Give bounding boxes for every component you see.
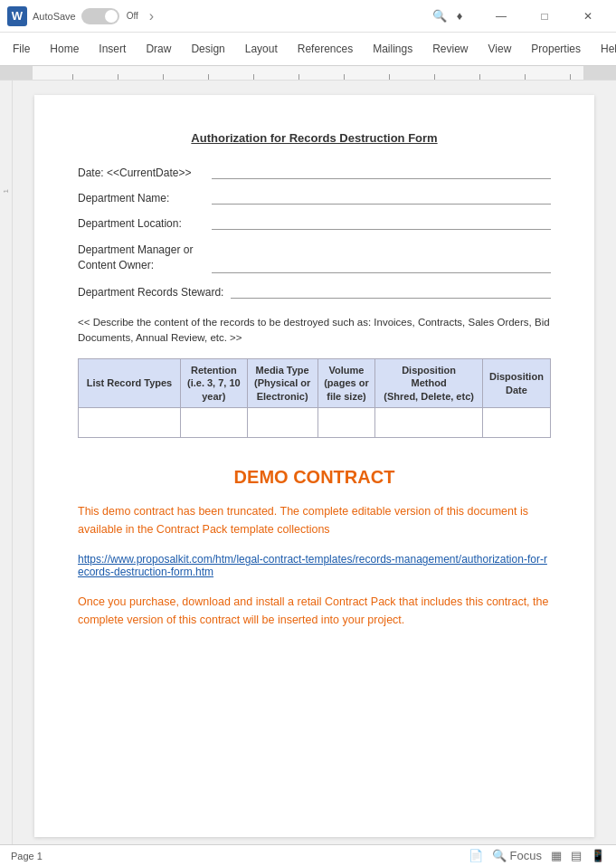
field-label-date: Date: <<CurrentDate>> xyxy=(78,167,204,179)
field-line-date[interactable] xyxy=(212,167,551,179)
demo-body: This demo contract has been truncated. T… xyxy=(78,502,551,538)
field-label-manager-line2: Content Owner: xyxy=(78,258,204,273)
page-indicator: Page 1 xyxy=(11,851,43,861)
ruler-tick xyxy=(434,74,435,80)
left-margin: 1 xyxy=(0,81,13,844)
cell-retention xyxy=(180,407,247,437)
word-count-icon[interactable]: 📄 xyxy=(469,849,483,862)
col-disposition-date: DispositionDate xyxy=(482,359,550,408)
more-options-icon[interactable]: › xyxy=(149,8,154,24)
view-icon-1[interactable]: ▦ xyxy=(551,849,562,862)
tab-layout[interactable]: Layout xyxy=(236,39,287,59)
title-actions: 🔍 ♦ xyxy=(431,8,468,24)
cell-disposition-date xyxy=(482,407,550,437)
col-disposition-method: DispositionMethod(Shred, Delete, etc) xyxy=(375,359,482,408)
minimize-button[interactable]: — xyxy=(480,2,522,31)
cell-disposition-method xyxy=(375,407,482,437)
ruler-tick xyxy=(479,74,480,80)
diamond-icon[interactable]: ♦ xyxy=(451,8,468,24)
word-logo: W xyxy=(7,6,27,26)
view-icon-2[interactable]: ▤ xyxy=(571,849,582,862)
view-icon-3[interactable]: 📱 xyxy=(591,849,605,862)
col-retention: Retention(i.e. 3, 7, 10year) xyxy=(180,359,247,408)
ribbon-tabs: File Home Insert Draw Design Layout Refe… xyxy=(0,33,616,65)
document-page: Authorization for Records Destruction Fo… xyxy=(34,95,594,837)
tab-design[interactable]: Design xyxy=(182,39,233,59)
status-right: 📄 🔍 Focus ▦ ▤ 📱 xyxy=(469,849,605,862)
field-label-dept-location: Department Location: xyxy=(78,217,204,230)
demo-title: DEMO CONTRACT xyxy=(78,467,551,488)
field-line-dept-manager[interactable] xyxy=(212,261,551,273)
margin-number: 1 xyxy=(2,189,10,193)
ruler xyxy=(0,66,616,81)
status-bar: Page 1 📄 🔍 Focus ▦ ▤ 📱 xyxy=(0,844,616,866)
table-header-row: List Record Types Retention(i.e. 3, 7, 1… xyxy=(79,359,551,408)
ruler-tick xyxy=(299,74,299,80)
tab-references[interactable]: References xyxy=(289,39,362,59)
search-icon[interactable]: 🔍 xyxy=(431,8,448,24)
field-line-dept-name[interactable] xyxy=(212,192,551,205)
focus-label[interactable]: 🔍 Focus xyxy=(492,849,542,862)
tab-help[interactable]: Help xyxy=(592,39,616,59)
tab-home[interactable]: Home xyxy=(41,39,88,59)
demo-link[interactable]: https://www.proposalkit.com/htm/legal-co… xyxy=(78,553,551,578)
ruler-tick xyxy=(253,74,254,80)
field-label-dept-steward: Department Records Steward: xyxy=(78,286,223,299)
ruler-tick xyxy=(208,74,209,80)
close-button[interactable]: ✕ xyxy=(567,2,609,31)
toggle-knob xyxy=(105,10,118,23)
field-date: Date: <<CurrentDate>> xyxy=(78,167,551,179)
table-row xyxy=(79,407,551,437)
tab-file[interactable]: File xyxy=(4,39,39,59)
window-controls: — □ ✕ xyxy=(480,2,609,31)
col-media-type: Media Type(Physical orElectronic) xyxy=(247,359,317,408)
field-label-manager-line1: Department Manager or xyxy=(78,243,204,258)
tab-view[interactable]: View xyxy=(479,39,521,59)
tab-mailings[interactable]: Mailings xyxy=(364,39,422,59)
col-volume: Volume(pages orfile size) xyxy=(317,359,375,408)
cell-volume xyxy=(317,407,375,437)
ruler-tick xyxy=(344,74,345,80)
ruler-tick xyxy=(389,74,390,80)
field-dept-manager: Department Manager or Content Owner: xyxy=(78,243,551,273)
ruler-tick xyxy=(525,74,526,80)
demo-footer: Once you purchase, download and install … xyxy=(78,593,551,629)
ruler-tick xyxy=(570,74,571,80)
cell-media-type xyxy=(247,407,317,437)
ribbon: File Home Insert Draw Design Layout Refe… xyxy=(0,33,616,66)
field-dept-name: Department Name: xyxy=(78,192,551,205)
ruler-tick xyxy=(118,74,118,80)
field-label-dept-manager: Department Manager or Content Owner: xyxy=(78,243,204,273)
field-line-dept-location[interactable] xyxy=(212,217,551,230)
tab-draw[interactable]: Draw xyxy=(137,39,180,59)
record-table: List Record Types Retention(i.e. 3, 7, 1… xyxy=(78,358,551,438)
field-label-dept-name: Department Name: xyxy=(78,192,204,205)
field-dept-location: Department Location: xyxy=(78,217,551,230)
autosave-toggle[interactable] xyxy=(81,8,119,24)
field-dept-steward: Department Records Steward: xyxy=(78,286,551,299)
maximize-button[interactable]: □ xyxy=(524,2,565,31)
toggle-state: Off xyxy=(127,11,138,21)
autosave-label: AutoSave xyxy=(33,11,76,22)
tab-insert[interactable]: Insert xyxy=(90,39,135,59)
title-bar: W AutoSave Off › 🔍 ♦ — □ ✕ xyxy=(0,0,616,33)
ruler-tick xyxy=(72,74,73,80)
tab-properties[interactable]: Properties xyxy=(522,39,590,59)
tab-review[interactable]: Review xyxy=(423,39,477,59)
col-record-types: List Record Types xyxy=(79,359,181,408)
cell-record-types xyxy=(79,407,181,437)
field-line-dept-steward[interactable] xyxy=(231,286,551,299)
ruler-tick xyxy=(163,74,164,80)
main-area: 1 Authorization for Records Destruction … xyxy=(0,81,616,844)
description-text: << Describe the content of the records t… xyxy=(78,315,551,347)
document-title: Authorization for Records Destruction Fo… xyxy=(78,131,551,145)
doc-scroll-area[interactable]: Authorization for Records Destruction Fo… xyxy=(13,81,616,844)
